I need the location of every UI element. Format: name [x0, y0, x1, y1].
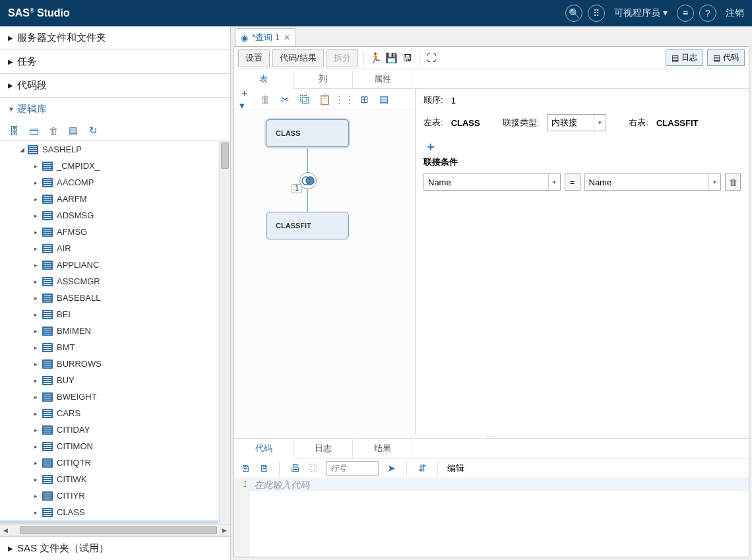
- table-node[interactable]: ▸AFMSG: [0, 224, 218, 240]
- table-node[interactable]: ▸ADSMSG: [0, 207, 218, 224]
- subtab-props[interactable]: 属性: [353, 69, 412, 88]
- library-node-sashelp[interactable]: ◢SASHELP: [0, 141, 218, 158]
- table-node[interactable]: ▸BWEIGHT: [0, 389, 218, 405]
- code-chip[interactable]: ▤代码: [707, 49, 745, 66]
- open-code-icon[interactable]: 🗎: [239, 462, 251, 474]
- navigator-panel: ▶服务器文件和文件夹 ▶任务 ▶代码段 ▼逻辑库 🗄 🗃 🗑 ▤ ↻ ◢SASH…: [0, 26, 231, 560]
- left-table-value: CLASS: [451, 118, 480, 128]
- table-node[interactable]: ▸CITIQTR: [0, 454, 218, 471]
- svg-point-1: [306, 177, 314, 185]
- table-node[interactable]: ▸AARFM: [0, 191, 218, 207]
- fullscreen-icon[interactable]: ⛶: [425, 51, 439, 65]
- join-connector: [307, 189, 308, 212]
- table-node[interactable]: ▸BMIMEN: [0, 323, 218, 339]
- query-diagram-canvas[interactable]: CLASS 1 CLASSFIT: [234, 110, 415, 434]
- log-chip[interactable]: ▤日志: [666, 49, 703, 66]
- table-node[interactable]: ▸CITIDAY: [0, 421, 218, 438]
- cond-right-select[interactable]: Name▾: [584, 173, 722, 191]
- table-node[interactable]: ▸AIR: [0, 240, 218, 257]
- print-icon[interactable]: 🖶: [289, 462, 301, 474]
- left-table-label: 左表:: [423, 117, 443, 129]
- editor-toolbar: 设置 代码/结果 拆分 🏃 💾 🖫 ⛶ ▤日志 ▤代码: [234, 47, 749, 69]
- join-conditions-header: 联接条件: [423, 156, 741, 168]
- app-brand: SAS® Studio: [8, 7, 70, 19]
- menu-icon[interactable]: ≡: [677, 5, 694, 22]
- jointype-label: 联接类型:: [503, 117, 540, 129]
- cond-operator[interactable]: =: [565, 173, 580, 191]
- export-code-icon[interactable]: 🗎: [258, 462, 270, 474]
- delete-table-icon[interactable]: 🗑: [259, 94, 271, 106]
- delete-condition-button[interactable]: 🗑: [725, 173, 741, 191]
- table-node-classfit[interactable]: CLASSFIT: [266, 212, 349, 239]
- toggle-view-icon[interactable]: ⇵: [416, 462, 428, 474]
- settings-button[interactable]: 设置: [238, 49, 270, 67]
- table-node[interactable]: ▸CLASS: [0, 504, 218, 520]
- line-number-field[interactable]: [326, 461, 379, 476]
- table-node[interactable]: ▸AACOMP: [0, 174, 218, 191]
- assign-library-icon[interactable]: 🗃: [28, 125, 40, 137]
- layout3-icon[interactable]: ▤: [378, 94, 390, 106]
- refresh-icon[interactable]: ↻: [87, 125, 99, 137]
- tab-label: *查询 1: [252, 32, 280, 44]
- layout1-icon[interactable]: ⋮⋮: [338, 94, 350, 106]
- table-node[interactable]: ▸BUY: [0, 372, 218, 389]
- cond-left-select[interactable]: Name▾: [423, 173, 561, 191]
- subtab-column[interactable]: 列: [294, 69, 353, 88]
- table-node[interactable]: ▸CITIYR: [0, 487, 218, 504]
- code-editor[interactable]: 1 在此输入代码: [234, 478, 749, 557]
- table-node[interactable]: ▸CLASSFIT: [0, 520, 218, 524]
- join-condition-row: Name▾ = Name▾ 🗑: [423, 173, 741, 191]
- split-button[interactable]: 拆分: [327, 49, 358, 67]
- goto-line-icon[interactable]: ➤: [385, 462, 397, 474]
- logout-link[interactable]: 注销: [726, 7, 744, 19]
- tab-query1[interactable]: ◉ *查询 1 ✕: [235, 28, 296, 46]
- saveas-icon[interactable]: 🖫: [401, 51, 414, 65]
- close-tab-icon[interactable]: ✕: [284, 33, 290, 42]
- save-icon[interactable]: 💾: [385, 51, 398, 65]
- table-node[interactable]: ▸_CMPIDX_: [0, 158, 218, 174]
- table-node-class[interactable]: CLASS: [266, 119, 349, 147]
- code-results-button[interactable]: 代码/结果: [272, 49, 324, 67]
- table-node[interactable]: ▸CITIWK: [0, 471, 218, 487]
- delete-icon[interactable]: 🗑: [47, 125, 59, 137]
- table-node[interactable]: ▸BASEBALL: [0, 290, 218, 306]
- codetab-log[interactable]: 日志: [294, 439, 353, 458]
- layout2-icon[interactable]: ⊞: [358, 94, 370, 106]
- add-table-icon[interactable]: ＋▾: [239, 94, 251, 106]
- designer-subtabs: 表 列 属性: [234, 69, 749, 89]
- section-tasks[interactable]: ▶任务: [0, 49, 230, 73]
- properties-icon[interactable]: ▤: [67, 125, 79, 137]
- subtab-table[interactable]: 表: [234, 69, 294, 89]
- codetab-code[interactable]: 代码: [234, 439, 294, 458]
- codetab-results[interactable]: 结果: [353, 439, 412, 458]
- paste-icon[interactable]: 📋: [319, 94, 330, 106]
- table-node[interactable]: ▸BURROWS: [0, 356, 218, 372]
- table-node[interactable]: ▸BMT: [0, 339, 218, 356]
- table-node[interactable]: ▸CARS: [0, 405, 218, 421]
- user-role-dropdown[interactable]: 可视程序员 ▾: [614, 7, 668, 19]
- tree-horizontal-scrollbar[interactable]: ◀▶: [0, 524, 230, 536]
- section-snippets[interactable]: ▶代码段: [0, 73, 230, 97]
- table-node[interactable]: ▸CITIMON: [0, 438, 218, 454]
- section-libraries[interactable]: ▼逻辑库: [0, 97, 230, 121]
- edit-button[interactable]: 编辑: [447, 462, 464, 474]
- section-sasfolders[interactable]: ▶SAS 文件夹（试用）: [0, 536, 230, 560]
- cut-icon[interactable]: ✂: [279, 94, 291, 106]
- new-library-icon[interactable]: 🗄: [8, 125, 20, 137]
- copy-icon[interactable]: ⿻: [299, 94, 311, 106]
- copy-code-icon[interactable]: ⿻: [307, 462, 319, 474]
- help-icon[interactable]: ?: [699, 5, 716, 22]
- eye-icon: ◉: [241, 33, 248, 43]
- right-table-label: 右表:: [629, 117, 648, 129]
- tree-vertical-scrollbar[interactable]: [219, 141, 230, 524]
- search-icon[interactable]: 🔍: [565, 5, 582, 22]
- table-node[interactable]: ▸BEI: [0, 306, 218, 323]
- section-files[interactable]: ▶服务器文件和文件夹: [0, 26, 230, 49]
- table-node[interactable]: ▸ASSCMGR: [0, 273, 218, 290]
- library-toolbar: 🗄 🗃 🗑 ▤ ↻: [0, 121, 230, 141]
- jointype-select[interactable]: 内联接▾: [547, 114, 606, 131]
- table-node[interactable]: ▸APPLIANC: [0, 257, 218, 273]
- add-join-button[interactable]: ＋: [423, 139, 438, 154]
- code-toolbar: 🗎 🗎 🖶 ⿻ ➤ ⇵ 编辑: [234, 458, 749, 478]
- apps-icon[interactable]: ⠿: [588, 5, 605, 22]
